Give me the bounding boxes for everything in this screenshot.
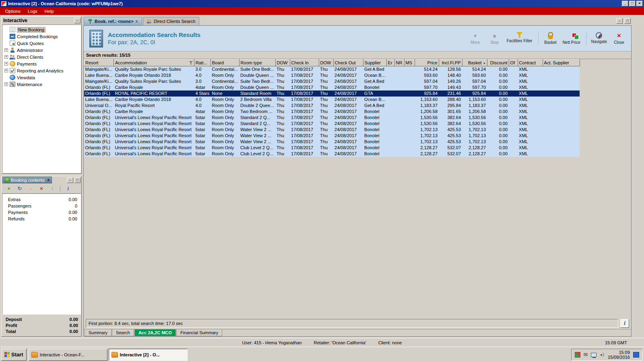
taskbar-item-interactive-ocean-f[interactable]: Interactive - Ocean-F... [29,349,107,361]
booking-panel-restore-button[interactable]: □ [74,177,80,183]
transfer-icon[interactable]: → [27,185,34,191]
sidebar-item-quick-quotes[interactable]: Quick Quotes [2,40,80,47]
more-button[interactable]: More [466,31,484,45]
bottom-tab-summary[interactable]: Summary [85,329,111,336]
result-row[interactable]: Orlando (FL)Caribe Royale4starRoom OnlyT… [84,109,580,115]
result-row[interactable]: Orlando (FL)Universal's Loews Royal Paci… [84,115,580,121]
result-row[interactable]: Lake Buena...Caribe Royale Orlando 20184… [84,97,580,103]
sidebar-item-new-booking[interactable]: New Booking [2,26,80,33]
tab-book-ref-none[interactable]: Book. ref.: <none>× [84,17,142,25]
column-header-accommodation[interactable]: Accommodation [114,60,194,66]
sidebar-item-maintenance[interactable]: +Maintenance [2,81,80,88]
column-header-act-supplier[interactable]: Act. Supplier [543,60,580,66]
info-button[interactable]: i [620,319,629,328]
sidebar-item-reporting-and-analytics[interactable]: +Reporting and Analytics [2,67,80,74]
nett-price-button[interactable]: Nett Price [561,31,582,45]
column-header-price[interactable]: Price [415,60,439,66]
menu-item-logs[interactable]: Logs [24,8,41,14]
expander-icon[interactable]: + [4,55,8,59]
taskbar-item-interactive-2-o[interactable]: Interactive [2] - O... [109,349,188,361]
panel-collapse-button[interactable]: − [74,18,80,23]
result-row[interactable]: Maingate/Ki...Quality Suites Royale Parc… [84,66,580,73]
volume-icon[interactable] [599,352,605,358]
menu-item-options[interactable]: Options [2,8,24,14]
booking-panel-close-icon[interactable]: × [47,178,50,182]
start-button[interactable]: Start [1,349,27,361]
close-button[interactable]: × [636,1,643,6]
info-icon[interactable]: i [65,185,71,192]
facilities-filter-button[interactable]: Facilities Filter [505,31,534,44]
page-status-bar: First portion: 8.4 sec, total search tim… [84,317,631,329]
result-row[interactable]: Lake Buena...Caribe Royale Orlando 20184… [84,72,580,78]
close-button[interactable]: Close [610,31,628,45]
cell-act_supplier [543,78,580,84]
bottom-tab-search[interactable]: Search [112,329,134,336]
result-row[interactable]: Orlando (FL)Universal's Loews Royal Paci… [84,139,580,145]
sidebar-item-direct-clients[interactable]: +Direct Clients [2,53,80,60]
column-header-check-out[interactable]: Check Out [333,60,363,66]
column-header-label: Accommodation [115,60,147,65]
sidebar-item-completed-bookings[interactable]: Completed Bookings [2,33,80,40]
column-header-of[interactable]: Of [509,60,518,66]
expander-icon[interactable]: + [4,48,8,52]
column-header-incl-fl-pp[interactable]: Incl.Fl.PP [439,60,462,66]
column-header-supplier[interactable]: Supplier [363,60,386,66]
navigate-button[interactable]: Navigate [590,31,609,45]
booking-panel-minimize-button[interactable]: − [67,177,73,183]
booking-contents-tab[interactable]: Booking contents × [2,177,52,183]
column-header-discount[interactable]: Discount [487,60,509,66]
result-row[interactable]: Orlando (FL)Caribe Royale4starRoom OnlyD… [84,84,580,90]
column-header-board[interactable]: Board [211,60,239,66]
mdi-minimize-button[interactable]: − [616,18,623,24]
column-header-room-type[interactable]: Room type [239,60,275,66]
import-icon[interactable]: ↑ [49,185,56,191]
expander-icon[interactable]: + [4,82,8,86]
sidebar-item-viewdata[interactable]: Viewdata [2,74,80,81]
column-header-nr[interactable]: NR [394,60,404,66]
booking-row-extras[interactable]: Extras0.00 [2,196,80,203]
tab-direct-clients-search[interactable]: Direct Clients Search [143,17,199,25]
result-row[interactable]: Universal O...Royal Pacific Resort4.0Roo… [84,103,580,109]
result-row[interactable]: Orlando (FL)Universal's Loews Royal Paci… [84,151,580,157]
minimize-button[interactable]: _ [622,1,628,6]
column-header-contract[interactable]: Contract [518,60,543,66]
result-row[interactable]: Orlando (FL)Universal's Loews Royal Paci… [84,127,580,133]
booking-row-passengers[interactable]: Passengers0 [2,203,80,209]
basket-button[interactable]: Basket [542,31,559,45]
menu-item-help[interactable]: Help [41,8,58,14]
display-icon[interactable] [591,353,597,357]
chart-icon[interactable] [575,352,580,358]
column-header-dow[interactable]: DOW [319,60,333,66]
column-header-basket[interactable]: Basket▼ [462,60,487,66]
refresh-icon[interactable]: ↻ [17,185,23,191]
bottom-tab-acc-2a-2c-mco[interactable]: Acc 2A,2C MCO [134,329,176,336]
sidebar-item-payments[interactable]: +Payments [2,60,80,67]
result-row[interactable]: Orlando (FL)ROYAL PACIFIC RESORT4 StarsN… [84,90,580,97]
column-header-dow[interactable]: DOW [275,60,290,66]
delete-icon[interactable]: × [38,185,45,191]
sidebar-item-administrator[interactable]: +Administrator [2,47,80,53]
column-header-resort[interactable]: Resort [84,60,114,66]
stop-button[interactable]: Stop [486,31,504,45]
maximize-button[interactable]: □ [629,1,636,6]
column-header-er[interactable]: Er [386,60,394,66]
expander-icon[interactable]: + [4,62,8,66]
booking-row-payments[interactable]: Payments0.00 [2,209,80,216]
tab-close-icon[interactable]: × [136,19,138,24]
mdi-restore-button[interactable]: □ [624,18,631,24]
mail-icon[interactable] [583,352,588,358]
result-row[interactable]: Maingate/Ki...Quality Suites Royale Parc… [84,78,580,84]
result-row[interactable]: Orlando (FL)Universal's Loews Royal Paci… [84,133,580,139]
language-icon[interactable] [633,352,639,358]
bottom-tab-financial-summary[interactable]: Financial Summary [176,329,222,336]
result-row[interactable]: Orlando (FL)Universal's Loews Royal Paci… [84,145,580,151]
taskbar-clock[interactable]: 15:09 15/09/2016 [608,350,630,360]
booking-row-refunds[interactable]: Refunds0.00 [2,216,80,222]
add-icon[interactable]: + [6,185,12,191]
result-row[interactable]: Orlando (FL)Universal's Loews Royal Paci… [84,121,580,127]
column-header-ms[interactable]: MS [404,60,415,66]
column-header-rati[interactable]: Rati... [194,60,211,66]
expander-icon[interactable]: + [4,69,8,72]
column-header-check-in[interactable]: Check In [290,60,319,66]
filter-icon[interactable] [189,61,193,65]
